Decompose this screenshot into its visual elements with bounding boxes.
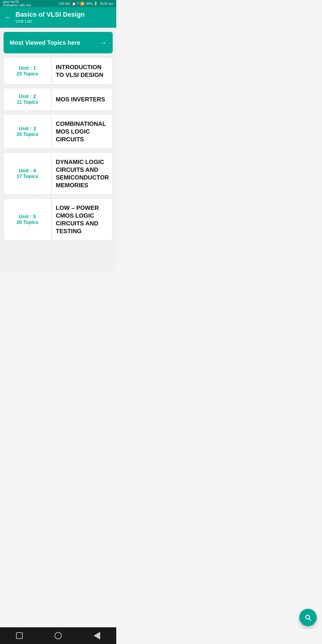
unit-number-2: Unit : 2	[19, 94, 36, 100]
unit-title-area-1: INTRODUCTION TO VLSI DESIGN	[52, 58, 112, 84]
unit-info-1: Unit : 1 23 Topics	[4, 58, 52, 84]
unit-title-area-2: MOS INVERTERS	[52, 88, 112, 110]
page-subtitle: Unit List	[16, 18, 85, 24]
most-viewed-button[interactable]: Most Viewed Topics here →	[4, 32, 113, 53]
unit-card-4[interactable]: Unit : 4 17 Topics DYNAMIC LOGIC CIRCUIT…	[4, 152, 113, 195]
battery: 94%	[86, 2, 93, 5]
unit-card-1[interactable]: Unit : 1 23 Topics INTRODUCTION TO VLSI …	[4, 58, 113, 84]
unit-title-text-1: INTRODUCTION TO VLSI DESIGN	[56, 63, 108, 79]
back-button[interactable]: ←	[5, 14, 11, 21]
header-text: Basics of VLSI Design Unit List	[16, 11, 85, 24]
unit-number-1: Unit : 1	[19, 65, 36, 71]
content-area: Most Viewed Topics here → Unit : 1 23 To…	[0, 28, 116, 271]
unit-topics-1: 23 Topics	[17, 71, 38, 77]
unit-number-3: Unit : 3	[19, 126, 36, 132]
unit-topics-5: 20 Topics	[17, 220, 38, 225]
unit-title-text-5: LOW – POWER CMOS LOGIC CIRCUITS AND TEST…	[56, 204, 108, 235]
unit-card-2[interactable]: Unit : 2 11 Topics MOS INVERTERS	[4, 88, 113, 111]
unit-card-3[interactable]: Unit : 3 25 Topics COMBINATIONAL MOS LOG…	[4, 114, 113, 149]
unit-card-5[interactable]: Unit : 5 20 Topics LOW – POWER CMOS LOGI…	[4, 198, 113, 241]
page-title: Basics of VLSI Design	[16, 11, 85, 18]
unit-title-area-5: LOW – POWER CMOS LOGIC CIRCUITS AND TEST…	[52, 199, 112, 240]
units-list: Unit : 1 23 Topics INTRODUCTION TO VLSI …	[4, 58, 113, 241]
unit-title-text-4: DYNAMIC LOGIC CIRCUITS AND SEMICONDUCTOR…	[56, 158, 109, 189]
unit-title-area-4: DYNAMIC LOGIC CIRCUITS AND SEMICONDUCTOR…	[52, 153, 113, 194]
status-bar: airtel VoLTE Emergency calls only 230 B/…	[0, 0, 116, 7]
unit-topics-4: 17 Topics	[17, 174, 38, 179]
unit-info-5: Unit : 5 20 Topics	[4, 199, 52, 240]
unit-number-5: Unit : 5	[19, 214, 36, 220]
unit-info-2: Unit : 2 11 Topics	[4, 88, 52, 110]
most-viewed-label: Most Viewed Topics here	[10, 39, 80, 46]
unit-title-area-3: COMBINATIONAL MOS LOGIC CIRCUITS	[52, 114, 112, 148]
system-info: 230 B/s ⏰ ⁴⁶ 📶 94% 🔋 10:53 am	[59, 2, 113, 6]
app-header: ← Basics of VLSI Design Unit List	[0, 7, 116, 28]
unit-topics-3: 25 Topics	[17, 132, 38, 137]
clock: 10:53 am	[100, 2, 113, 5]
emergency-text: Emergency calls only	[3, 4, 31, 7]
unit-info-4: Unit : 4 17 Topics	[4, 153, 52, 194]
unit-title-text-3: COMBINATIONAL MOS LOGIC CIRCUITS	[56, 120, 108, 143]
unit-topics-2: 11 Topics	[17, 100, 38, 105]
network-speed: 230 B/s	[59, 2, 70, 5]
unit-title-text-2: MOS INVERTERS	[56, 95, 105, 103]
carrier-info: airtel VoLTE Emergency calls only	[3, 0, 31, 7]
carrier-name: airtel VoLTE	[3, 0, 19, 4]
unit-info-3: Unit : 3 25 Topics	[4, 114, 52, 148]
most-viewed-arrow: →	[100, 38, 107, 47]
unit-number-4: Unit : 4	[19, 168, 36, 174]
